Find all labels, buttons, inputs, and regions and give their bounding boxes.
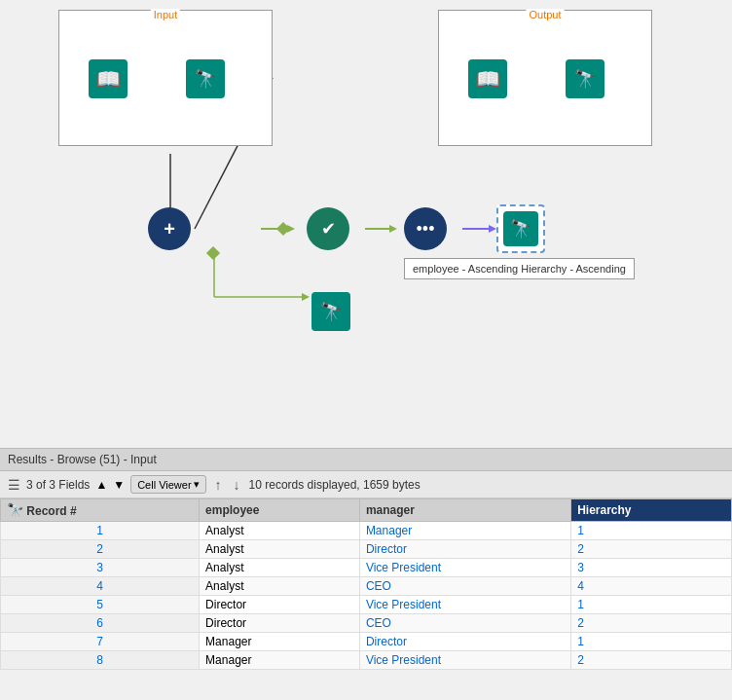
table-row: 3AnalystVice President3 xyxy=(1,559,732,577)
table-row: 4AnalystCEO4 xyxy=(1,577,732,596)
cell-manager: Vice President xyxy=(359,651,570,670)
canvas-area: Input 📖 🔭 Output 📖 🔭 + ✔ ••• 🔭 xyxy=(0,0,732,448)
table-row: 5DirectorVice President1 xyxy=(1,596,732,614)
cell-hierarchy: 1 xyxy=(571,633,732,651)
col-employee[interactable]: employee xyxy=(200,499,360,522)
cell-viewer-button[interactable]: Cell Viewer ▾ xyxy=(130,475,205,494)
col-manager[interactable]: manager xyxy=(359,499,570,522)
scroll-down-button[interactable]: ↓ xyxy=(231,476,243,494)
cell-record: 1 xyxy=(1,522,200,540)
cell-employee: Analyst xyxy=(200,577,360,596)
cell-manager: Vice President xyxy=(359,559,570,577)
cell-record: 5 xyxy=(1,596,200,614)
cell-hierarchy: 2 xyxy=(571,614,732,633)
fields-list-icon: ☰ xyxy=(8,477,20,493)
cell-hierarchy: 4 xyxy=(571,577,732,596)
table-icon: 🔭 xyxy=(7,502,23,518)
cell-manager: Director xyxy=(359,540,570,559)
svg-marker-9 xyxy=(389,225,397,233)
cell-employee: Analyst xyxy=(200,540,360,559)
svg-marker-14 xyxy=(302,293,310,301)
cell-record: 3 xyxy=(1,559,200,577)
table-row: 8ManagerVice President2 xyxy=(1,651,732,670)
check-node[interactable]: ✔ xyxy=(307,207,349,250)
table-row: 6DirectorCEO2 xyxy=(1,614,732,633)
input-book-icon[interactable]: 📖 xyxy=(89,59,128,98)
cell-record: 2 xyxy=(1,540,200,559)
svg-rect-16 xyxy=(206,246,220,260)
table-row: 2AnalystDirector2 xyxy=(1,540,732,559)
sort-up-icon[interactable]: ▲ xyxy=(95,478,107,492)
join-node[interactable]: + xyxy=(148,207,191,250)
fields-count: 3 of 3 Fields xyxy=(26,478,90,492)
cell-employee: Manager xyxy=(200,633,360,651)
cell-record: 7 xyxy=(1,633,200,651)
output-binoculars-icon[interactable]: 🔭 xyxy=(566,59,604,98)
results-header: Results - Browse (51) - Input xyxy=(0,448,732,471)
col-hierarchy[interactable]: Hierarchy xyxy=(571,499,732,522)
cell-record: 6 xyxy=(1,614,200,633)
toolbar: ☰ 3 of 3 Fields ▲ ▼ Cell Viewer ▾ ↑ ↓ 10… xyxy=(0,471,732,498)
browse-binoculars-icon: 🔭 xyxy=(503,211,538,246)
output-book-icon[interactable]: 📖 xyxy=(468,59,507,98)
svg-marker-11 xyxy=(489,225,496,233)
output-box-label: Output xyxy=(526,9,564,20)
dots-node[interactable]: ••• xyxy=(404,207,447,250)
sort-tooltip: employee - Ascending Hierarchy - Ascendi… xyxy=(404,258,635,279)
table-row: 7ManagerDirector1 xyxy=(1,633,732,651)
cell-employee: Director xyxy=(200,596,360,614)
output-box: Output 📖 🔭 xyxy=(438,10,652,146)
cell-hierarchy: 1 xyxy=(571,596,732,614)
cell-manager: Vice President xyxy=(359,596,570,614)
cell-record: 8 xyxy=(1,651,200,670)
input-box: Input 📖 🔭 xyxy=(58,10,273,146)
cell-manager: Director xyxy=(359,633,570,651)
sort-binoculars-icon[interactable]: 🔭 xyxy=(311,292,350,331)
svg-marker-7 xyxy=(287,225,295,233)
cell-employee: Analyst xyxy=(200,559,360,577)
cell-hierarchy: 2 xyxy=(571,540,732,559)
scroll-up-button[interactable]: ↑ xyxy=(212,476,225,494)
svg-rect-15 xyxy=(276,222,290,236)
records-info: 10 records displayed, 1659 bytes xyxy=(249,478,421,492)
cell-employee: Analyst xyxy=(200,522,360,540)
cell-manager: CEO xyxy=(359,577,570,596)
cell-manager: CEO xyxy=(359,614,570,633)
col-record: 🔭 Record # xyxy=(1,499,200,522)
sort-down-icon[interactable]: ▼ xyxy=(113,478,125,492)
cell-viewer-dropdown-icon: ▾ xyxy=(194,478,200,491)
cell-employee: Manager xyxy=(200,651,360,670)
cell-employee: Director xyxy=(200,614,360,633)
cell-manager: Manager xyxy=(359,522,570,540)
cell-record: 4 xyxy=(1,577,200,596)
cell-hierarchy: 3 xyxy=(571,559,732,577)
cell-hierarchy: 2 xyxy=(571,651,732,670)
input-binoculars-icon[interactable]: 🔭 xyxy=(186,59,225,98)
cell-hierarchy: 1 xyxy=(571,522,732,540)
data-table-container[interactable]: 🔭 Record # employee manager Hierarchy 1A… xyxy=(0,498,732,670)
browse-output-node[interactable]: 🔭 xyxy=(496,204,545,253)
data-table: 🔭 Record # employee manager Hierarchy 1A… xyxy=(0,498,732,670)
table-row: 1AnalystManager1 xyxy=(1,522,732,540)
input-box-label: Input xyxy=(151,9,180,20)
